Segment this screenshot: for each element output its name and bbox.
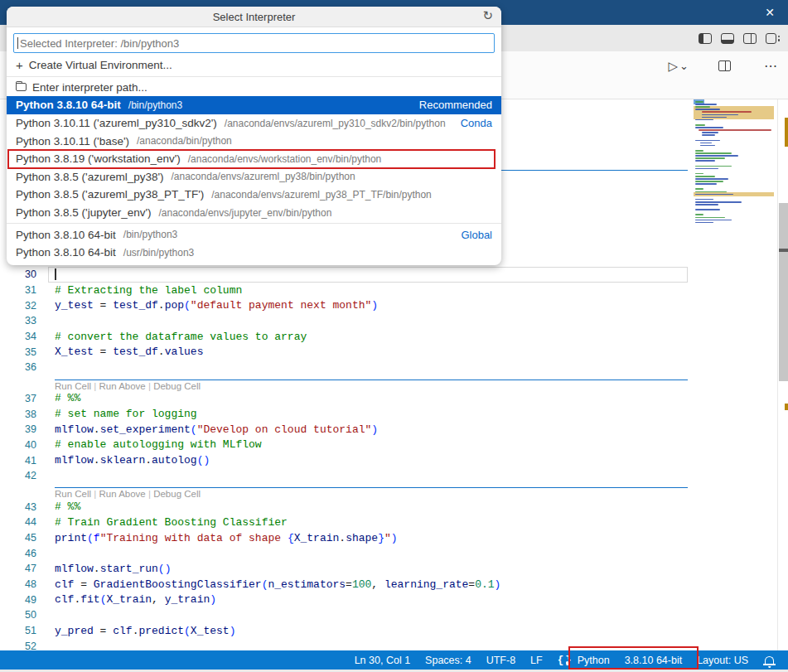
minimap-code-line xyxy=(695,155,738,157)
code-text: y_pred = clf.predict(X_test) xyxy=(55,625,235,637)
minimap-code-line xyxy=(695,109,720,110)
line-number: 34 xyxy=(0,331,36,342)
status-eol[interactable]: LF xyxy=(523,650,550,670)
interpreter-search-input[interactable] xyxy=(14,34,494,52)
code-text: # Train Gradient Boosting Classifier xyxy=(55,516,288,529)
editor-scrollbar[interactable] xyxy=(777,99,788,650)
interpreter-path: /anaconda/bin/python xyxy=(137,135,232,147)
quickpick-title: Select Interpreter xyxy=(213,11,296,23)
code-line: 33 xyxy=(0,313,696,329)
codelens-link[interactable]: Debug Cell xyxy=(153,489,201,499)
code-text: print(f"Training with data of shape {X_t… xyxy=(55,532,398,544)
codelens-row: Run Cell | Run Above | Debug Cell xyxy=(0,484,696,500)
codelens-divider: | xyxy=(146,381,153,391)
toggle-primary-sidebar-icon[interactable] xyxy=(699,33,712,44)
minimap-code-line xyxy=(695,124,705,126)
scrollbar-thumb[interactable] xyxy=(779,203,788,381)
codelens-link[interactable]: Run Above xyxy=(99,489,146,499)
customize-layout-icon[interactable] xyxy=(766,33,781,44)
interpreter-label: Python 3.8.10 64-bit xyxy=(16,246,116,259)
code-line: 42 xyxy=(0,468,696,484)
interpreter-path: /anaconda/envs/azureml_py38_PT_TF/bin/py… xyxy=(211,189,432,201)
code-line: 45print(f"Training with data of shape {X… xyxy=(0,530,696,546)
interpreter-item[interactable]: Python 3.8.5 ('azureml_py38')/anaconda/e… xyxy=(7,168,501,186)
braces-icon: {} xyxy=(558,655,573,666)
run-python-file-button[interactable]: ▷ ⌄ xyxy=(669,60,689,72)
minimap-code-line xyxy=(695,152,732,154)
interpreter-label: Python 3.8.5 ('jupyter_env') xyxy=(16,206,152,219)
bell-icon xyxy=(765,656,774,665)
interpreter-label: Python 3.10.11 ('azureml_py310_sdkv2') xyxy=(16,117,217,129)
line-number: 45 xyxy=(0,532,36,544)
code-text: # convert the dataframe values to array xyxy=(55,331,307,343)
code-line: 34# convert the dataframe values to arra… xyxy=(0,329,696,345)
interpreter-label: Python 3.10.11 ('base') xyxy=(16,135,129,147)
minimap-code-line xyxy=(700,145,715,147)
interpreter-path: /anaconda/envs/jupyter_env/bin/python xyxy=(159,207,332,219)
codelens-links: Run Cell | Run Above | Debug Cell xyxy=(55,487,688,499)
run-icon: ▷ xyxy=(669,60,679,72)
minimap-code-line xyxy=(695,217,725,219)
code-text xyxy=(55,268,56,281)
select-interpreter-dialog: Select Interpreter ↻ +Create Virtual Env… xyxy=(7,7,501,265)
enter-interpreter-path-item[interactable]: Enter interpreter path... xyxy=(7,79,501,97)
minimap-code-line xyxy=(695,209,720,210)
status-indentation[interactable]: Spaces: 4 xyxy=(418,650,479,670)
status-python-version[interactable]: 3.8.10 64-bit xyxy=(617,650,690,670)
minimap-code-line xyxy=(695,101,703,103)
status-cursor-position[interactable]: Ln 30, Col 1 xyxy=(347,650,418,670)
code-line: 50 xyxy=(0,607,696,623)
status-encoding[interactable]: UTF-8 xyxy=(479,650,523,670)
interpreter-item[interactable]: Python 3.8.10 64-bit/usr/bin/python3 xyxy=(7,244,501,262)
code-line: 43# %% xyxy=(0,499,696,515)
interpreter-recommended-item[interactable]: Python 3.8.10 64-bit/bin/python3Recommen… xyxy=(7,96,501,114)
interpreter-input-wrap xyxy=(13,33,495,53)
line-number: 31 xyxy=(0,284,36,296)
window-close-button[interactable]: ✕ xyxy=(760,3,780,22)
minimap-code-line xyxy=(702,134,715,136)
codelens-link[interactable]: Run Cell xyxy=(55,489,91,499)
create-virtual-environment-item[interactable]: +Create Virtual Environment... xyxy=(7,56,501,75)
interpreter-workstation-env-item[interactable]: Python 3.8.19 ('workstation_env')/anacon… xyxy=(7,150,501,168)
interpreter-label: Python 3.8.5 ('azureml_py38_PT_TF') xyxy=(16,188,204,201)
minimap-code-line xyxy=(695,181,723,182)
minimap[interactable] xyxy=(694,99,776,331)
interpreter-global-item[interactable]: Python 3.8.10 64-bit/bin/python3Global xyxy=(7,225,501,244)
code-text: clf = GradientBoostingClassifier(n_estim… xyxy=(55,578,500,591)
interpreter-label: Create Virtual Environment... xyxy=(29,59,172,71)
interpreter-item[interactable]: Python 3.8.5 ('jupyter_env')/anaconda/en… xyxy=(7,204,501,222)
code-line: 31# Extracting the label column xyxy=(0,283,696,298)
interpreter-path: /anaconda/envs/workstation_env/bin/pytho… xyxy=(188,153,382,165)
interpreter-label: Python 3.8.10 64-bit xyxy=(16,99,121,111)
interpreter-badge: Global xyxy=(461,229,492,241)
status-language-mode[interactable]: {}Python xyxy=(550,650,617,670)
more-actions-icon[interactable]: ⋯ xyxy=(764,58,778,74)
line-number: 48 xyxy=(0,578,36,590)
chevron-down-icon: ⌄ xyxy=(679,63,689,70)
interpreter-item[interactable]: Python 3.8.5 ('azureml_py38_PT_TF')/anac… xyxy=(7,186,501,204)
interpreter-item[interactable]: Python 3.10.11 ('azureml_py310_sdkv2')/a… xyxy=(7,114,501,133)
line-number: 49 xyxy=(0,594,36,606)
refresh-icon[interactable]: ↻ xyxy=(482,8,493,23)
code-text: clf.fit(X_train, y_train) xyxy=(55,593,216,606)
status-bar: Ln 30, Col 1Spaces: 4UTF-8LF{}Python3.8.… xyxy=(0,650,788,670)
minimap-code-line xyxy=(695,199,713,201)
line-number: 42 xyxy=(0,470,36,481)
overview-ruler-change-marker xyxy=(785,404,788,410)
codelens-link[interactable]: Debug Cell xyxy=(153,381,201,391)
interpreter-badge: Conda xyxy=(461,117,492,129)
line-number: 37 xyxy=(0,393,36,404)
status-notifications-bell[interactable] xyxy=(756,650,783,670)
toggle-secondary-sidebar-icon[interactable] xyxy=(743,33,757,44)
line-number: 51 xyxy=(0,625,36,636)
toggle-panel-icon[interactable] xyxy=(721,33,734,44)
status-keyboard-layout[interactable]: Layout: US xyxy=(689,650,756,670)
minimap-code-line xyxy=(695,140,720,142)
interpreter-item[interactable]: Python 3.10.11 ('base')/anaconda/bin/pyt… xyxy=(7,132,501,150)
codelens-link[interactable]: Run Above xyxy=(99,381,146,391)
code-text: mlflow.sklearn.autolog() xyxy=(55,454,210,467)
line-number: 39 xyxy=(0,423,36,435)
split-editor-icon[interactable] xyxy=(718,60,731,71)
code-line: 48clf = GradientBoostingClassifier(n_est… xyxy=(0,577,696,592)
codelens-link[interactable]: Run Cell xyxy=(55,381,91,391)
